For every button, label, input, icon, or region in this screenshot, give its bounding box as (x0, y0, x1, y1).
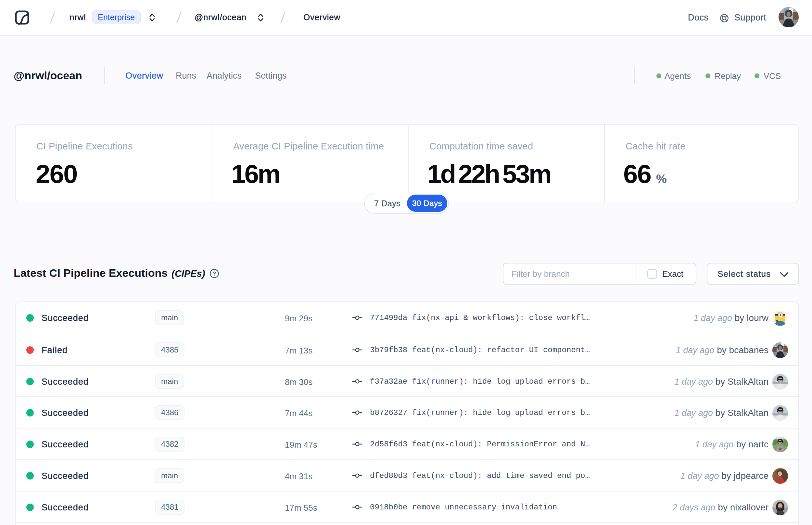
svg-text:?: ? (213, 271, 216, 277)
